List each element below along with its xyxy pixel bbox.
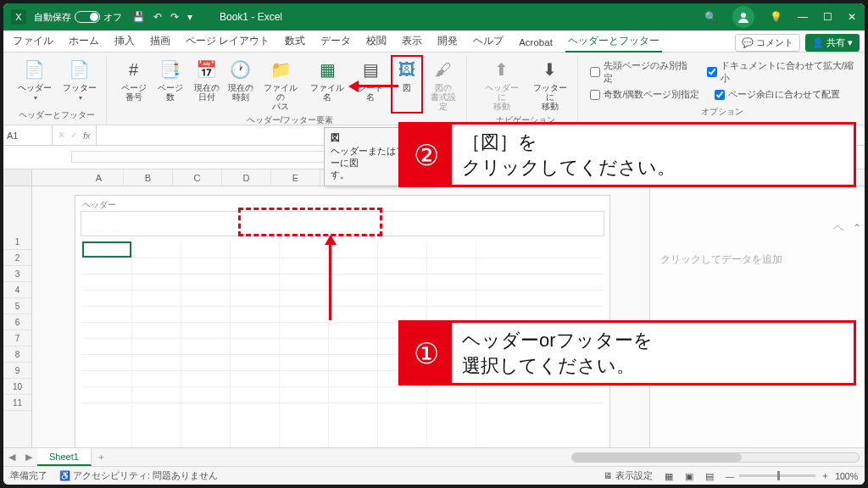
tab-help[interactable]: ヘルプ <box>465 30 511 52</box>
row-header[interactable]: 11 <box>3 395 31 411</box>
row-header[interactable]: 4 <box>3 282 31 298</box>
zoom-out-icon[interactable]: — <box>726 471 735 481</box>
arrow-to-header <box>329 237 331 320</box>
chk-odd-even[interactable]: 奇数/偶数ページ別指定 <box>590 88 699 101</box>
format-picture-icon: 🖌 <box>431 58 455 81</box>
time-button[interactable]: 🕐現在の 時刻 <box>225 56 256 113</box>
tab-view[interactable]: 表示 <box>394 30 430 52</box>
side-panel-hint[interactable]: クリックしてデータを追加 <box>660 252 854 267</box>
goto-header-button[interactable]: ⬆ヘッダーに 移動 <box>479 56 524 113</box>
redo-icon[interactable]: ↷ <box>170 11 179 23</box>
row-header[interactable]: 9 <box>3 363 31 379</box>
header-center-highlight[interactable] <box>238 208 382 236</box>
autosave-toggle[interactable]: 自動保存 オフ <box>34 11 122 24</box>
col-header[interactable]: C <box>173 169 222 186</box>
collapse-icon[interactable]: ⌃ <box>853 222 861 234</box>
cancel-icon[interactable]: ✕ <box>58 130 65 141</box>
header-label: ヘッダー <box>82 199 116 211</box>
zoom-value[interactable]: 100% <box>835 471 858 481</box>
row-header[interactable]: 3 <box>3 266 31 282</box>
row-header[interactable]: 6 <box>3 314 31 330</box>
tab-home[interactable]: ホーム <box>61 30 107 52</box>
callout-text: ［図］を クリックしてください。 <box>452 125 854 185</box>
tab-formulas[interactable]: 数式 <box>277 30 313 52</box>
help-icon[interactable]: 💡 <box>770 11 782 23</box>
view-pagebreak-icon[interactable]: ▤ <box>705 471 714 481</box>
header-icon: 📄 <box>23 58 47 81</box>
tab-data[interactable]: データ <box>313 30 359 52</box>
row-header[interactable]: 1 <box>3 234 31 250</box>
callout-number: ② <box>401 125 452 185</box>
col-header[interactable]: D <box>222 169 271 186</box>
comment-button[interactable]: 💬 コメント <box>735 34 800 52</box>
view-normal-icon[interactable]: ▦ <box>665 471 673 481</box>
chk-align-margin[interactable]: ページ余白に合わせて配置 <box>715 88 840 101</box>
goto-header-icon: ⬆ <box>490 58 514 81</box>
picture-icon: 🖼 <box>395 58 419 81</box>
sheetname-icon: ▤ <box>359 58 382 81</box>
view-pagelayout-icon[interactable]: ▣ <box>685 471 693 481</box>
tab-review[interactable]: 校閲 <box>359 30 394 52</box>
sheet-nav-prev-icon[interactable]: ◀ <box>3 452 20 463</box>
chk-scale-doc[interactable]: ドキュメントに合わせて拡大/縮小 <box>707 59 854 85</box>
tab-pagelayout[interactable]: ページ レイアウト <box>178 30 277 52</box>
footer-button[interactable]: 📄フッター <box>58 56 100 108</box>
display-settings[interactable]: 🖥 表示設定 <box>604 470 653 482</box>
horizontal-scrollbar[interactable] <box>571 452 860 463</box>
callout-2: ② ［図］を クリックしてください。 <box>398 122 856 187</box>
col-header[interactable]: B <box>124 169 173 186</box>
accessibility-status[interactable]: ♿ アクセシビリティ: 問題ありません <box>59 470 218 482</box>
goto-footer-icon: ⬇ <box>538 58 562 81</box>
save-icon[interactable]: 💾 <box>132 11 145 23</box>
time-icon: 🕐 <box>229 58 253 81</box>
row-header[interactable]: 5 <box>3 298 31 314</box>
tab-acrobat[interactable]: Acrobat <box>511 33 560 52</box>
close-icon[interactable]: ✕ <box>848 11 856 23</box>
sheet-nav-next-icon[interactable]: ▶ <box>20 452 37 463</box>
autosave-state: オフ <box>103 11 122 24</box>
footer-icon: 📄 <box>68 58 92 81</box>
zoom-in-icon[interactable]: ＋ <box>821 470 830 482</box>
select-all-corner[interactable] <box>3 169 32 186</box>
name-box[interactable]: A1 <box>3 125 53 145</box>
add-sheet-button[interactable]: ＋ <box>92 451 111 463</box>
group-label-hf: ヘッダーとフッター <box>19 108 95 125</box>
chk-first-page[interactable]: 先頭ページのみ別指定 <box>590 59 691 85</box>
tab-developer[interactable]: 開発 <box>430 30 465 52</box>
account-icon[interactable] <box>732 6 754 28</box>
header-button[interactable]: 📄ヘッダー <box>14 56 55 108</box>
maximize-icon[interactable]: ☐ <box>823 11 832 23</box>
row-header[interactable]: 8 <box>3 347 31 363</box>
page-number-icon: # <box>122 58 146 81</box>
share-button[interactable]: 👤 共有 ▾ <box>805 34 860 52</box>
row-header[interactable]: 7 <box>3 330 31 347</box>
col-header[interactable]: E <box>271 169 320 186</box>
page-count-button[interactable]: 📑ページ数 <box>153 56 188 113</box>
filename-icon: ▦ <box>315 58 339 81</box>
fx-icon[interactable]: fx <box>83 130 91 141</box>
autosave-label: 自動保存 <box>34 11 71 24</box>
group-label-options: オプション <box>701 104 743 121</box>
side-panel-heading: ヘ <box>833 220 844 236</box>
search-icon[interactable]: 🔍 <box>704 11 717 23</box>
tab-draw[interactable]: 描画 <box>142 30 178 52</box>
callout-text: ヘッダーorフッターを 選択してください。 <box>452 323 854 383</box>
page-number-button[interactable]: #ページ 番号 <box>119 56 149 113</box>
row-header[interactable]: 10 <box>3 379 31 395</box>
filepath-button[interactable]: 📁ファイルの パス <box>259 56 303 113</box>
col-header[interactable]: A <box>75 169 124 186</box>
tab-file[interactable]: ファイル <box>5 30 61 52</box>
date-button[interactable]: 📅現在の 日付 <box>192 56 222 113</box>
tab-header-footer[interactable]: ヘッダーとフッター <box>560 30 667 52</box>
tab-insert[interactable]: 挿入 <box>107 30 142 52</box>
toggle-icon <box>75 11 100 23</box>
format-picture-button[interactable]: 🖌図の 書式設定 <box>426 56 461 113</box>
sheet-tab[interactable]: Sheet1 <box>37 448 92 466</box>
enter-icon[interactable]: ✓ <box>70 130 78 141</box>
row-header[interactable]: 2 <box>3 250 31 266</box>
qat-dropdown-icon[interactable]: ▾ <box>187 11 192 23</box>
goto-footer-button[interactable]: ⬇フッターに 移動 <box>527 56 572 113</box>
undo-icon[interactable]: ↶ <box>153 11 162 23</box>
minimize-icon[interactable]: — <box>798 11 808 23</box>
zoom-slider[interactable] <box>739 474 815 477</box>
